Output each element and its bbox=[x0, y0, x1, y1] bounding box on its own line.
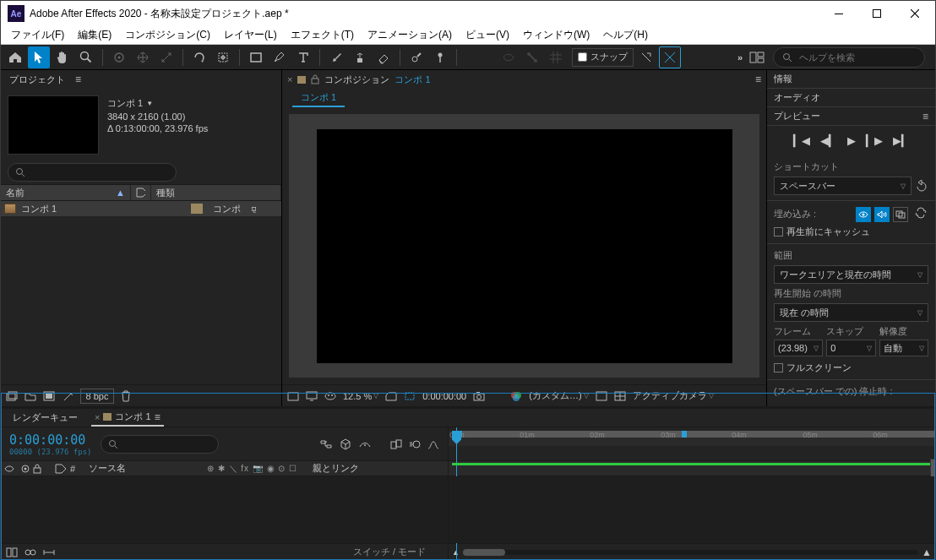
always-preview-icon[interactable] bbox=[287, 391, 299, 401]
graph-editor-icon[interactable] bbox=[427, 438, 439, 450]
panel-menu-icon[interactable]: ≡ bbox=[755, 73, 761, 85]
snapshot-icon[interactable] bbox=[473, 391, 485, 401]
draft-3d-icon[interactable] bbox=[340, 438, 351, 450]
channel-icon[interactable] bbox=[510, 390, 522, 402]
overflow-icon[interactable]: » bbox=[737, 52, 741, 63]
workspace-icon[interactable] bbox=[746, 46, 768, 68]
switch-mode-toggle[interactable]: スイッチ / モード bbox=[353, 546, 426, 558]
menu-file[interactable]: ファイル(F) bbox=[4, 26, 71, 44]
toggle-switches-icon[interactable] bbox=[6, 547, 18, 557]
project-search[interactable] bbox=[8, 163, 177, 182]
resolution-select[interactable]: 自動▽ bbox=[879, 340, 928, 356]
render-queue-tab[interactable]: レンダーキュー bbox=[9, 410, 81, 426]
new-folder-icon[interactable] bbox=[24, 391, 36, 401]
preview-panel-header[interactable]: プレビュー ≡ bbox=[767, 107, 935, 126]
zoom-dropdown[interactable]: 12.5 %▽ bbox=[343, 391, 378, 401]
close-button[interactable] bbox=[895, 1, 933, 26]
motion-blur-icon[interactable] bbox=[409, 438, 421, 450]
menu-help[interactable]: ヘルプ(H) bbox=[596, 26, 655, 44]
label-column-icon[interactable] bbox=[55, 464, 67, 474]
roi-icon[interactable] bbox=[404, 391, 416, 401]
grid-icon[interactable] bbox=[545, 46, 567, 68]
clone-stamp-tool[interactable] bbox=[349, 46, 371, 68]
type-tool[interactable] bbox=[292, 46, 314, 68]
switches-column[interactable]: ⊕ ✱ ＼ fx 📷 ◉ ⊙ ☐ bbox=[207, 463, 297, 475]
timeline-search[interactable] bbox=[101, 435, 219, 454]
solo-column-icon[interactable] bbox=[21, 465, 30, 473]
interpret-footage-icon[interactable] bbox=[6, 391, 18, 401]
parent-column-label[interactable]: 親とリンク bbox=[313, 462, 359, 475]
flowchart-icon[interactable]: ⚼ bbox=[251, 204, 257, 214]
hand-tool[interactable] bbox=[52, 46, 73, 68]
help-search[interactable] bbox=[773, 47, 925, 68]
bone-icon[interactable] bbox=[521, 46, 543, 68]
shy-icon[interactable] bbox=[358, 438, 372, 450]
column-label-color[interactable] bbox=[131, 185, 151, 200]
dolly-tool[interactable] bbox=[155, 46, 177, 68]
help-search-input[interactable] bbox=[799, 52, 916, 63]
dropdown-icon[interactable]: ▼ bbox=[146, 100, 153, 107]
menu-view[interactable]: ビュー(V) bbox=[459, 26, 516, 44]
close-tab-icon[interactable]: × bbox=[287, 74, 292, 84]
timeline-ruler-area[interactable]: 00m 01m 02m 03m 04m 05m 06m bbox=[449, 427, 935, 460]
embed-video-icon[interactable] bbox=[856, 207, 871, 222]
anchor-point-tool[interactable] bbox=[212, 46, 234, 68]
maximize-button[interactable] bbox=[857, 1, 895, 26]
display-icon[interactable] bbox=[306, 391, 318, 401]
first-frame-button[interactable]: ▎◀ bbox=[793, 134, 810, 147]
close-tab-icon[interactable]: × bbox=[95, 412, 100, 422]
pen-tool[interactable] bbox=[269, 46, 291, 68]
lock-column-icon[interactable] bbox=[33, 464, 41, 474]
rectangle-tool[interactable] bbox=[245, 46, 267, 68]
lock-icon[interactable] bbox=[311, 74, 319, 84]
loop-icon[interactable] bbox=[915, 207, 928, 222]
playfrom-select[interactable]: 現在 の時間▽ bbox=[774, 303, 928, 322]
zoom-tool[interactable] bbox=[75, 46, 97, 68]
comp-name-link[interactable]: コンポ 1 bbox=[395, 73, 430, 86]
fullscreen-checkbox[interactable] bbox=[774, 363, 783, 372]
timeline-comp-tab[interactable]: × コンポ 1 ≡ bbox=[91, 409, 164, 427]
orbit-tool[interactable] bbox=[108, 46, 130, 68]
roto-brush-tool[interactable] bbox=[405, 46, 427, 68]
trash-icon[interactable] bbox=[121, 390, 131, 402]
snap-toggle[interactable]: スナップ bbox=[572, 48, 634, 67]
audio-panel-header[interactable]: オーディオ bbox=[767, 89, 935, 107]
pan-camera-tool[interactable] bbox=[132, 46, 154, 68]
current-time-display[interactable]: 0:00:00:00 00000 (23.976 fps) bbox=[9, 432, 92, 456]
prev-frame-button[interactable]: ◀▎ bbox=[820, 134, 837, 147]
mesh-icon[interactable] bbox=[498, 46, 520, 68]
info-panel-header[interactable]: 情報 bbox=[767, 70, 935, 89]
snap-checkbox[interactable] bbox=[578, 52, 587, 62]
comp-mini-flowchart-icon[interactable] bbox=[319, 438, 333, 450]
composition-viewer[interactable] bbox=[289, 114, 759, 378]
reset-icon[interactable] bbox=[915, 180, 928, 192]
color-mgmt-dropdown[interactable]: (カスタム…)▽ bbox=[529, 389, 588, 402]
label-color-swatch[interactable] bbox=[191, 204, 203, 214]
composition-canvas[interactable] bbox=[317, 129, 732, 363]
play-button[interactable]: ▶ bbox=[847, 134, 856, 147]
grid-guides-icon[interactable] bbox=[614, 391, 626, 401]
next-frame-button[interactable]: ▎▶ bbox=[866, 134, 883, 147]
index-column-label[interactable]: # bbox=[70, 464, 82, 474]
frame-blend-icon[interactable] bbox=[390, 438, 402, 450]
cache-checkbox-row[interactable]: 再生前にキャッシュ bbox=[774, 224, 928, 240]
embed-audio-icon[interactable] bbox=[874, 207, 890, 222]
column-name[interactable]: 名前 ▲ bbox=[1, 185, 131, 200]
menu-composition[interactable]: コンポジション(C) bbox=[118, 26, 217, 44]
project-item-row[interactable]: コンポ 1 コンポ ⚼ bbox=[1, 201, 281, 216]
last-frame-button[interactable]: ▶▎ bbox=[893, 134, 910, 147]
exposure-icon[interactable] bbox=[596, 391, 607, 401]
menu-layer[interactable]: レイヤー(L) bbox=[217, 26, 284, 44]
panel-menu-icon[interactable]: ≡ bbox=[75, 73, 81, 85]
menu-effect[interactable]: エフェクト(T) bbox=[284, 26, 361, 44]
zoom-in-icon[interactable]: ▲ bbox=[922, 546, 932, 558]
av-column-icon[interactable] bbox=[4, 465, 18, 473]
cache-checkbox[interactable] bbox=[774, 227, 783, 237]
toggle-in-out-icon[interactable] bbox=[43, 548, 55, 557]
comp-subtab[interactable]: コンポ 1 bbox=[292, 90, 345, 107]
home-button[interactable] bbox=[4, 46, 26, 68]
resolution-icon[interactable] bbox=[385, 391, 397, 401]
snap-grid-icon[interactable] bbox=[659, 46, 681, 68]
new-comp-icon[interactable] bbox=[43, 391, 55, 401]
menu-animation[interactable]: アニメーション(A) bbox=[361, 26, 459, 44]
